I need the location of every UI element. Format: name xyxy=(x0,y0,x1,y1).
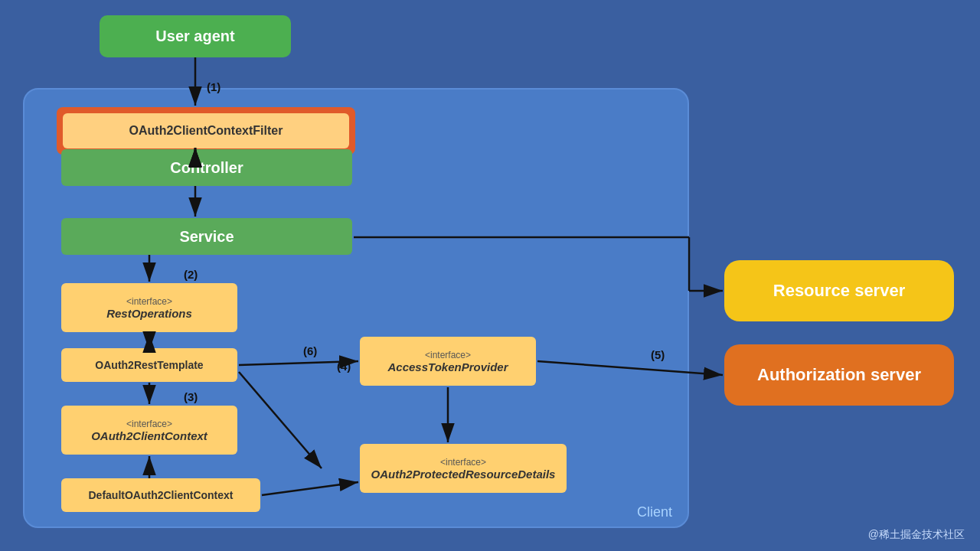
prd-name: OAuth2ProtectedResourceDetails xyxy=(371,468,556,481)
step-2-label: (2) xyxy=(184,268,198,281)
rest-ops-name: RestOperations xyxy=(106,307,192,320)
step-3-label: (3) xyxy=(184,390,198,403)
prd-interface: <interface> xyxy=(440,457,486,468)
service-box: Service xyxy=(61,218,352,255)
auth-server-label: Authorization server xyxy=(757,365,921,385)
service-label: Service xyxy=(179,228,234,246)
user-agent-box: User agent xyxy=(100,15,291,57)
user-agent-label: User agent xyxy=(155,28,234,45)
auth-server-box: Authorization server xyxy=(724,344,954,406)
step-5-label: (5) xyxy=(651,348,665,361)
controller-box: Controller xyxy=(61,149,352,186)
step-4-label: (4) xyxy=(337,360,351,373)
rest-template-box: OAuth2RestTemplate xyxy=(61,348,237,382)
controller-label: Controller xyxy=(170,159,243,177)
filter-label: OAuth2ClientContextFilter xyxy=(129,124,283,138)
atp-name: AccessTokenProvider xyxy=(387,360,508,373)
access-token-provider-box: <interface> AccessTokenProvider xyxy=(360,337,536,386)
watermark: @稀土掘金技术社区 xyxy=(868,528,965,542)
rest-operations-box: <interface> RestOperations xyxy=(61,283,237,332)
rest-ops-interface: <interface> xyxy=(126,296,172,307)
protected-resource-box: <interface> OAuth2ProtectedResourceDetai… xyxy=(360,444,567,493)
client-context-box: <interface> OAuth2ClientContext xyxy=(61,406,237,455)
filter-box: OAuth2ClientContextFilter xyxy=(63,113,349,148)
step-1-label: (1) xyxy=(207,80,220,93)
step-6-label: (6) xyxy=(303,344,317,357)
client-context-interface: <interface> xyxy=(126,419,172,429)
resource-server-box: Resource server xyxy=(724,260,954,321)
client-label: Client xyxy=(637,504,672,520)
atp-interface: <interface> xyxy=(425,350,471,360)
client-context-name: OAuth2ClientContext xyxy=(91,429,207,442)
rest-template-label: OAuth2RestTemplate xyxy=(95,359,203,371)
diagram-container: User agent Client OAuth2ClientContextFil… xyxy=(0,0,980,551)
default-client-context-label: DefaultOAuth2ClientContext xyxy=(89,489,234,501)
filter-outer: OAuth2ClientContextFilter xyxy=(57,107,355,155)
resource-server-label: Resource server xyxy=(773,281,905,301)
default-client-context-box: DefaultOAuth2ClientContext xyxy=(61,478,260,512)
